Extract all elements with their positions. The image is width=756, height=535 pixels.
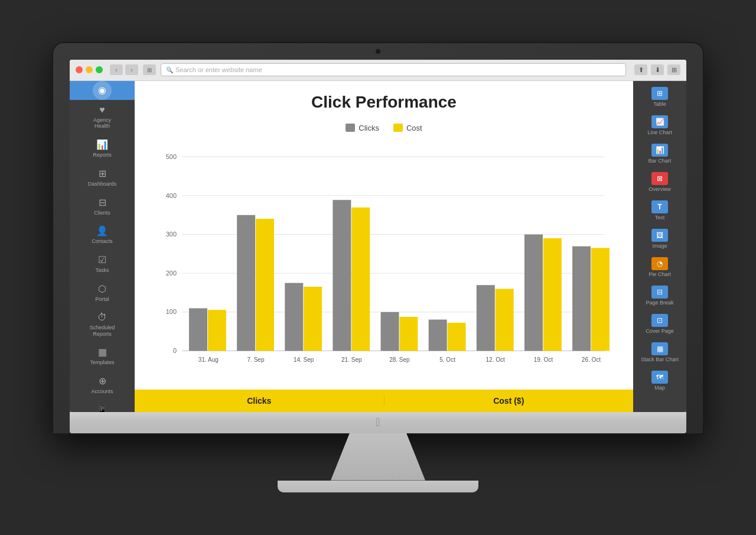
svg-text:21. Sep: 21. Sep (341, 356, 362, 362)
sidebar-item-reports[interactable]: 📊 Reports (70, 134, 135, 163)
close-button[interactable] (76, 66, 83, 73)
footer-clicks-col: Clicks (135, 396, 384, 406)
sidebar-item-tasks[interactable]: ☑ Tasks (70, 249, 135, 278)
text-icon: T (651, 200, 668, 213)
bar-clicks-8 (572, 246, 591, 351)
tasks-icon: ☑ (98, 254, 106, 265)
chart-container: Click Performance Clicks Cost (135, 81, 633, 390)
download-button[interactable]: ⬇ (651, 64, 664, 75)
panel-item-overview[interactable]: ⊠ Overview (633, 168, 686, 196)
imac-wrapper: ‹ › ⊞ 🔍 Search or enter website name ⬆ ⬇… (53, 43, 703, 492)
sidebar-label: Accounts (91, 388, 113, 395)
search-icon: 🔍 (166, 67, 173, 73)
svg-text:19. Oct: 19. Oct (534, 356, 553, 362)
sidebar-item-scheduled-reports[interactable]: ⏱ ScheduledReports (70, 307, 135, 342)
bar-cost-8 (591, 248, 610, 351)
clicks-swatch (346, 124, 355, 132)
panel-label: Table (653, 101, 666, 107)
sidebar-item-dashboards[interactable]: ⊞ Dashboards (70, 163, 135, 192)
svg-text:100: 100 (166, 308, 177, 315)
maximize-button[interactable] (96, 66, 103, 73)
extensions-button[interactable]: ⊞ (667, 64, 680, 75)
sidebar: ◉ ♥ AgencyHealth 📊 Reports ⊞ Dashboards (70, 81, 135, 412)
bar-cost-5 (448, 323, 466, 351)
panel-label: Image (652, 243, 667, 249)
traffic-lights (76, 66, 103, 73)
svg-text:26. Oct: 26. Oct (582, 356, 601, 362)
chart-area: 500 400 300 200 100 0 (152, 141, 615, 378)
panel-item-image[interactable]: 🖼 Image (633, 225, 686, 252)
line-chart-icon: 📈 (651, 115, 668, 128)
imac-base (278, 481, 478, 492)
reports-icon: 📊 (96, 139, 108, 150)
share-button[interactable]: ⬆ (634, 64, 647, 75)
sidebar-label: Reports (93, 152, 112, 158)
bar-cost-3 (351, 207, 370, 350)
panel-label: Page Break (646, 300, 673, 306)
imac-bezel: ‹ › ⊞ 🔍 Search or enter website name ⬆ ⬇… (53, 43, 703, 433)
apple-logo:  (376, 416, 380, 429)
sidebar-item-mobile[interactable]: 📱 Mobile (70, 400, 135, 411)
main-content: Click Performance Clicks Cost (135, 81, 633, 412)
minimize-button[interactable] (86, 66, 93, 73)
panel-item-pie-chart[interactable]: ◔ Pie Chart (633, 254, 686, 281)
panel-item-cover-page[interactable]: ⊡ Cover Page (633, 310, 686, 338)
panel-label: Pie Chart (649, 271, 671, 277)
bar-chart-svg: 500 400 300 200 100 0 (152, 141, 615, 378)
panel-label: Stack Bar Chart (641, 356, 679, 362)
sidebar-item-portal[interactable]: ⬡ Portal (70, 278, 135, 307)
bar-chart-icon: 📊 (651, 144, 668, 157)
cost-swatch (393, 124, 403, 132)
bar-clicks-1 (237, 215, 255, 351)
svg-text:300: 300 (166, 231, 177, 238)
mobile-icon: 📱 (96, 404, 108, 411)
panel-label: Cover Page (646, 328, 674, 334)
sidebar-logo: ◉ (70, 81, 135, 100)
templates-icon: ▦ (98, 346, 107, 358)
sidebar-item-agency-health[interactable]: ♥ AgencyHealth (70, 100, 135, 135)
panel-item-map[interactable]: 🗺 Map (633, 367, 686, 394)
sidebar-label: Clients (94, 210, 110, 216)
back-button[interactable]: ‹ (110, 64, 123, 75)
cost-label: Cost (406, 124, 422, 132)
sidebar-toggle-button[interactable]: ⊞ (143, 64, 156, 75)
imac-stand (331, 433, 425, 481)
stack-bar-chart-icon: ▦ (651, 342, 668, 355)
svg-text:0: 0 (173, 347, 177, 354)
panel-label: Line Chart (647, 129, 672, 135)
bar-clicks-2 (285, 283, 303, 351)
panel-label: Bar Chart (649, 158, 672, 164)
bar-clicks-5 (429, 319, 447, 351)
panel-item-table[interactable]: ⊞ Table (633, 83, 686, 111)
bar-cost-0 (208, 310, 226, 351)
panel-item-bar-chart[interactable]: 📊 Bar Chart (633, 140, 686, 167)
sidebar-label: ScheduledReports (90, 325, 115, 338)
bar-clicks-4 (381, 312, 399, 351)
sidebar-item-accounts[interactable]: ⊕ Accounts (70, 371, 135, 400)
overview-icon: ⊠ (651, 172, 668, 185)
panel-item-stack-bar-chart[interactable]: ▦ Stack Bar Chart (633, 339, 686, 366)
imac-screen: ‹ › ⊞ 🔍 Search or enter website name ⬆ ⬇… (70, 60, 686, 412)
svg-text:28. Sep: 28. Sep (389, 356, 410, 362)
svg-text:14. Sep: 14. Sep (294, 356, 314, 362)
panel-label: Text (655, 215, 665, 221)
bar-cost-7 (543, 238, 562, 351)
svg-text:7. Sep: 7. Sep (247, 356, 265, 362)
sidebar-label: AgencyHealth (93, 117, 111, 130)
forward-button[interactable]: › (125, 64, 138, 75)
address-bar[interactable]: 🔍 Search or enter website name (161, 63, 626, 76)
sidebar-item-contacts[interactable]: 👤 Contacts (70, 221, 135, 249)
legend-cost: Cost (393, 124, 422, 132)
sidebar-item-clients[interactable]: ⊟ Clients (70, 192, 135, 221)
sidebar-item-templates[interactable]: ▦ Templates (70, 342, 135, 371)
footer-bar: Clicks Cost ($) (135, 390, 633, 412)
svg-text:400: 400 (166, 192, 177, 199)
bar-clicks-6 (477, 285, 495, 351)
footer-clicks-label: Clicks (247, 396, 271, 406)
panel-item-line-chart[interactable]: 📈 Line Chart (633, 112, 686, 139)
panel-item-page-break[interactable]: ⊟ Page Break (633, 282, 686, 309)
panel-label: Map (654, 385, 665, 391)
app-layout: ◉ ♥ AgencyHealth 📊 Reports ⊞ Dashboards (70, 81, 686, 412)
sidebar-label: Tasks (95, 267, 109, 274)
panel-item-text[interactable]: T Text (633, 197, 686, 224)
